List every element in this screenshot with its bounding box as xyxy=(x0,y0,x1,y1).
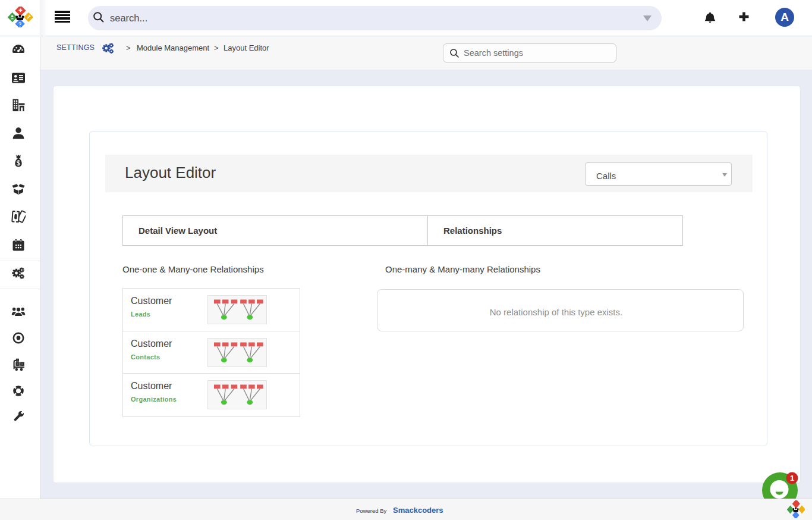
svg-text:1: 1 xyxy=(790,474,794,483)
